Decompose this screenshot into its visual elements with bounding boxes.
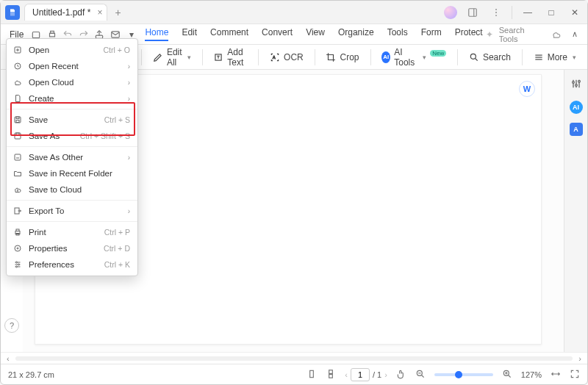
edit-all-label: Edit All	[167, 47, 182, 68]
sparkle-icon[interactable]: ✦	[486, 29, 493, 40]
view-continuous-icon[interactable]	[326, 369, 336, 381]
chevron-right-icon: ›	[128, 95, 130, 103]
ai-chat-icon[interactable]: AI	[570, 101, 583, 114]
menu-create[interactable]: Create›	[7, 90, 137, 107]
menu-save-as-other[interactable]: Save As Other›	[7, 149, 137, 165]
zoom-in-icon[interactable]	[502, 369, 512, 381]
right-rail: AI A	[564, 70, 587, 352]
menu-save-in-recent-folder[interactable]: Save in Recent Folder	[7, 165, 137, 181]
svg-point-56	[18, 264, 20, 265]
tab-convert[interactable]: Convert	[262, 27, 293, 41]
menu-preferences[interactable]: PreferencesCtrl + K	[7, 256, 137, 273]
svg-point-2	[495, 8, 497, 10]
ocr-tool[interactable]: AOCR	[266, 50, 307, 65]
menu-shortcut: Ctrl + K	[104, 260, 130, 269]
sliders-icon[interactable]	[568, 76, 584, 92]
zoom-slider[interactable]	[434, 373, 493, 376]
search-tool[interactable]: Search	[465, 50, 514, 65]
menu-item-label: Save As	[29, 132, 74, 140]
ai-assist-icon[interactable]: A	[570, 123, 583, 136]
cloud-icon	[12, 77, 23, 87]
collapse-ribbon-icon[interactable]: ∧	[569, 28, 581, 41]
svg-rect-0	[469, 8, 477, 16]
fullscreen-icon[interactable]	[570, 369, 580, 381]
zoom-value[interactable]: 127%	[521, 370, 542, 379]
menu-item-label: Print	[29, 228, 98, 237]
close-tab-icon[interactable]: ×	[97, 7, 102, 18]
tab-comment[interactable]: Comment	[210, 27, 248, 41]
saveas-icon	[12, 131, 23, 141]
search-tools-input[interactable]: Search Tools	[499, 26, 544, 43]
svg-line-35	[509, 375, 511, 377]
zoom-knob[interactable]	[455, 371, 462, 378]
window-minimize[interactable]: —	[520, 4, 536, 21]
fit-width-icon[interactable]	[551, 369, 561, 381]
prev-page-icon[interactable]: ‹	[345, 370, 348, 379]
svg-point-24	[575, 84, 577, 87]
new-tab-button[interactable]: +	[115, 7, 121, 18]
tab-view[interactable]: View	[306, 27, 325, 41]
more-label: More	[548, 52, 567, 62]
window-close[interactable]: ✕	[567, 4, 583, 21]
tab-edit[interactable]: Edit	[182, 27, 197, 41]
save-icon	[12, 115, 23, 125]
page-input[interactable]	[351, 368, 370, 381]
tab-organize[interactable]: Organize	[338, 27, 374, 41]
tab-protect[interactable]: Protect	[455, 27, 483, 41]
ai-tools[interactable]: AIAI Tools▾New	[378, 45, 450, 70]
ai-badge-icon: AI	[381, 51, 390, 63]
kebab-menu-icon[interactable]	[488, 4, 504, 21]
add-text-tool[interactable]: Add Text	[209, 45, 251, 70]
next-page-icon[interactable]: ›	[384, 370, 387, 379]
menu-item-label: Properties	[29, 244, 98, 253]
svg-line-31	[422, 375, 424, 377]
scroll-track[interactable]	[15, 356, 573, 361]
scroll-left-icon[interactable]: ‹	[7, 354, 10, 363]
tab-home[interactable]: Home	[145, 27, 168, 41]
menu-shortcut: Ctrl + Shift + S	[80, 132, 130, 140]
svg-line-16	[476, 58, 478, 60]
ribbon-tabs: Home Edit Comment Convert View Organize …	[145, 27, 482, 41]
crop-tool[interactable]: Crop	[322, 50, 362, 65]
menu-properties[interactable]: PropertiesCtrl + D	[7, 240, 137, 256]
page-total: / 1	[373, 370, 381, 379]
document-tab[interactable]: Untitled-1.pdf * ×	[24, 4, 107, 21]
svg-point-50	[15, 245, 21, 251]
menu-save[interactable]: SaveCtrl + S	[7, 112, 137, 128]
view-single-icon[interactable]	[306, 369, 317, 381]
menu-save-to-cloud[interactable]: Save to Cloud	[7, 181, 137, 198]
app-logo-icon	[5, 5, 20, 20]
cloud-sync-icon[interactable]	[550, 28, 562, 41]
ai-tools-label: AI Tools	[394, 47, 417, 68]
tab-form[interactable]: Form	[421, 27, 442, 41]
menu-shortcut: Ctrl + D	[104, 244, 130, 253]
menu-open-cloud[interactable]: Open Cloud›	[7, 74, 137, 90]
help-button[interactable]: ?	[4, 318, 19, 333]
panel-icon[interactable]	[465, 4, 481, 21]
menu-save-as[interactable]: Save AsCtrl + Shift + S	[7, 128, 137, 144]
edit-all-tool[interactable]: Edit All▾	[149, 45, 195, 70]
menu-export-to[interactable]: Export To›	[7, 203, 137, 219]
zoom-out-icon[interactable]	[415, 369, 426, 381]
hand-tool-icon[interactable]	[396, 369, 406, 381]
tab-tools[interactable]: Tools	[387, 27, 408, 41]
svg-rect-41	[16, 117, 19, 119]
menu-open[interactable]: OpenCtrl + O	[7, 42, 137, 58]
window-maximize[interactable]: □	[543, 4, 559, 21]
more-tool[interactable]: More▾	[530, 50, 580, 65]
search-label: Search	[483, 52, 511, 62]
chevron-right-icon: ›	[128, 207, 130, 215]
menu-open-recent[interactable]: Open Recent›	[7, 58, 137, 74]
menu-print[interactable]: PrintCtrl + P	[7, 224, 137, 240]
svg-rect-6	[49, 33, 54, 37]
chevron-right-icon: ›	[128, 154, 130, 162]
user-avatar[interactable]	[444, 6, 457, 19]
svg-rect-28	[329, 374, 333, 378]
scroll-right-icon[interactable]: ›	[578, 354, 581, 363]
menu-item-label: Create	[29, 94, 122, 103]
menu-item-label: Save	[29, 115, 98, 124]
horizontal-scroll[interactable]: ‹ ›	[1, 352, 587, 364]
svg-point-23	[572, 82, 574, 84]
word-float-button[interactable]: W	[519, 81, 535, 97]
titlebar: Untitled-1.pdf * × + — □ ✕	[1, 1, 587, 24]
